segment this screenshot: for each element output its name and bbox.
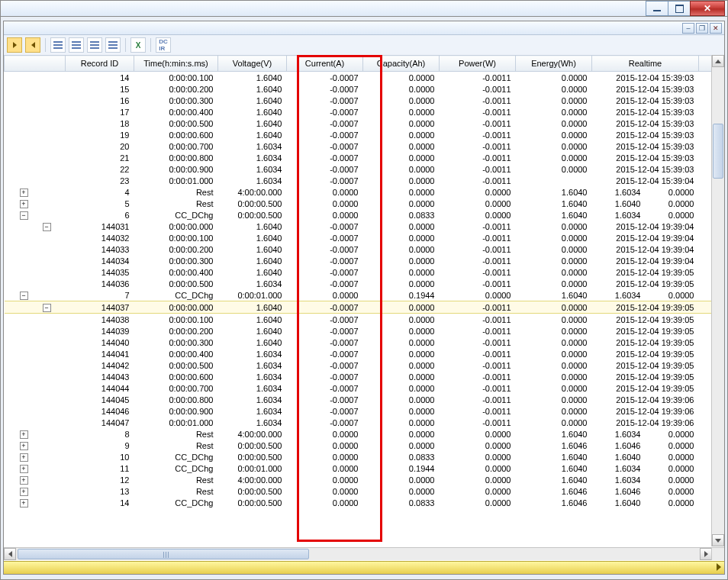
horizontal-scroll-thumb[interactable] bbox=[18, 549, 309, 559]
inner-minimize-button[interactable]: – bbox=[682, 23, 694, 34]
table-row[interactable]: 1440340:00:00.3001.6040-0.00070.0000-0.0… bbox=[5, 255, 713, 266]
table-row[interactable]: 200:00:00.7001.6034-0.00070.0000-0.00110… bbox=[5, 140, 713, 152]
plus-icon[interactable]: + bbox=[20, 442, 28, 450]
table-row[interactable]: 140:00:00.1001.6040-0.00070.0000-0.00110… bbox=[5, 72, 713, 84]
toolbar-list4-button[interactable] bbox=[105, 37, 121, 53]
table-row[interactable]: 1440350:00:00.4001.6040-0.00070.0000-0.0… bbox=[5, 266, 713, 278]
plus-icon[interactable]: + bbox=[20, 200, 28, 208]
plus-icon[interactable]: + bbox=[20, 476, 28, 485]
column-header-current[interactable]: Current(A) bbox=[287, 56, 363, 72]
table-row[interactable]: +11CC_DChg0:00:01.0000.00000.19440.00001… bbox=[5, 462, 713, 474]
table-row[interactable]: 1440440:00:00.7001.6034-0.00070.0000-0.0… bbox=[5, 382, 713, 394]
column-header-realtime[interactable]: Realtime bbox=[592, 56, 699, 72]
minus-icon[interactable]: − bbox=[20, 211, 28, 220]
status-arrow-right-icon[interactable] bbox=[717, 563, 721, 571]
table-row[interactable]: 230:00:01.0001.6034-0.00070.0000-0.00112… bbox=[5, 175, 713, 186]
table-row[interactable]: 1440450:00:00.8001.6034-0.00070.0000-0.0… bbox=[5, 394, 713, 405]
cell-voltage: 1.6034 bbox=[218, 348, 287, 359]
toolbar-dcir-button[interactable]: DCIR bbox=[156, 37, 171, 53]
cell-expander[interactable]: − bbox=[5, 289, 66, 301]
table-row[interactable]: +10CC_DChg0:00:00.5000.00000.08330.00001… bbox=[5, 451, 713, 462]
table-row[interactable]: −6CC_DChg0:00:00.5000.00000.08330.00001.… bbox=[5, 209, 713, 221]
column-header-record-id[interactable]: Record ID bbox=[66, 56, 134, 72]
toolbar-collapse-button[interactable] bbox=[25, 37, 40, 53]
cell-expander[interactable]: + bbox=[5, 186, 66, 198]
table-row[interactable]: 1440430:00:00.6001.6034-0.00070.0000-0.0… bbox=[5, 371, 713, 382]
minus-icon[interactable]: − bbox=[43, 223, 51, 231]
cell-expander[interactable]: + bbox=[5, 474, 66, 485]
table-row[interactable]: 160:00:00.3001.6040-0.00070.0000-0.00110… bbox=[5, 95, 713, 106]
table-row[interactable]: 1440460:00:00.9001.6034-0.00070.0000-0.0… bbox=[5, 405, 713, 417]
table-row[interactable]: +14CC_DChg0:00:00.5000.00000.08330.00001… bbox=[5, 497, 713, 508]
cell-expander[interactable]: − bbox=[5, 221, 66, 232]
table-row[interactable]: +5Rest0:00:00.5000.00000.00000.00001.604… bbox=[5, 198, 713, 209]
cell-expander[interactable]: + bbox=[5, 462, 66, 474]
column-header-expand[interactable] bbox=[5, 56, 66, 72]
table-row[interactable]: 180:00:00.5001.6040-0.00070.0000-0.00110… bbox=[5, 118, 713, 129]
scroll-left-arrow-icon[interactable] bbox=[4, 548, 16, 560]
table-row[interactable]: 1440400:00:00.3001.6040-0.00070.0000-0.0… bbox=[5, 337, 713, 348]
column-header-energy[interactable]: Energy(Wh) bbox=[516, 56, 592, 72]
toolbar-export-excel-button[interactable]: X bbox=[130, 37, 146, 53]
column-header-extra[interactable] bbox=[699, 56, 713, 72]
plus-icon[interactable]: + bbox=[20, 430, 28, 439]
outer-minimize-button[interactable] bbox=[646, 1, 668, 16]
minus-icon[interactable]: − bbox=[20, 292, 28, 300]
table-row[interactable]: 190:00:00.6001.6040-0.00070.0000-0.00110… bbox=[5, 129, 713, 140]
table-row[interactable]: 150:00:00.2001.6040-0.00070.0000-0.00110… bbox=[5, 83, 713, 95]
cell-expander[interactable]: + bbox=[5, 198, 66, 209]
table-row[interactable]: 1440320:00:00.1001.6040-0.00070.0000-0.0… bbox=[5, 232, 713, 243]
column-header-voltage[interactable]: Voltage(V) bbox=[218, 56, 287, 72]
scroll-down-arrow-icon[interactable] bbox=[712, 534, 724, 546]
table-row[interactable]: 170:00:00.4001.6040-0.00070.0000-0.00110… bbox=[5, 106, 713, 118]
table-row[interactable]: +9Rest0:00:00.5000.00000.00000.00001.604… bbox=[5, 440, 713, 451]
cell-expander[interactable]: − bbox=[5, 209, 66, 221]
cell-step-label: Rest bbox=[134, 440, 218, 451]
minus-icon[interactable]: − bbox=[43, 304, 51, 312]
horizontal-scrollbar[interactable] bbox=[4, 547, 712, 560]
inner-close-button[interactable]: ✕ bbox=[710, 23, 722, 34]
table-row[interactable]: +8Rest4:00:00.0000.00000.00000.00001.604… bbox=[5, 428, 713, 440]
table-row[interactable]: 220:00:00.9001.6034-0.00070.0000-0.00110… bbox=[5, 163, 713, 175]
plus-icon[interactable]: + bbox=[20, 188, 28, 197]
toolbar-list1-button[interactable] bbox=[50, 37, 66, 53]
table-row[interactable]: 1440380:00:00.1001.6040-0.00070.0000-0.0… bbox=[5, 314, 713, 326]
table-row[interactable]: 1440420:00:00.5001.6034-0.00070.0000-0.0… bbox=[5, 359, 713, 371]
table-row[interactable]: +13Rest0:00:00.5000.00000.00000.00001.60… bbox=[5, 485, 713, 497]
table-row[interactable]: 1440360:00:00.5001.6034-0.00070.0000-0.0… bbox=[5, 278, 713, 289]
cell-expander[interactable]: − bbox=[5, 301, 66, 314]
table-row[interactable]: −7CC_DChg0:00:01.0000.00000.19440.00001.… bbox=[5, 289, 713, 301]
cell-expander[interactable]: + bbox=[5, 497, 66, 508]
table-row[interactable]: 210:00:00.8001.6034-0.00070.0000-0.00110… bbox=[5, 152, 713, 163]
plus-icon[interactable]: + bbox=[20, 465, 28, 473]
plus-icon[interactable]: + bbox=[20, 499, 28, 508]
scroll-up-arrow-icon[interactable] bbox=[712, 55, 724, 67]
table-row[interactable]: 1440330:00:00.2001.6040-0.00070.0000-0.0… bbox=[5, 243, 713, 255]
inner-restore-button[interactable]: ❐ bbox=[696, 23, 708, 34]
table-row[interactable]: 1440470:00:01.0001.6034-0.00070.0000-0.0… bbox=[5, 417, 713, 428]
toolbar-list2-button[interactable] bbox=[69, 37, 84, 53]
outer-maximize-button[interactable] bbox=[668, 1, 691, 16]
table-row[interactable]: 1440390:00:00.2001.6040-0.00070.0000-0.0… bbox=[5, 325, 713, 337]
outer-close-button[interactable]: ✕ bbox=[690, 1, 725, 16]
plus-icon[interactable]: + bbox=[20, 453, 28, 462]
cell-expander[interactable]: + bbox=[5, 440, 66, 451]
plus-icon[interactable]: + bbox=[20, 488, 28, 496]
toolbar-expand-button[interactable] bbox=[7, 37, 22, 53]
vertical-scrollbar[interactable] bbox=[711, 55, 724, 546]
toolbar-list3-button[interactable] bbox=[87, 37, 102, 53]
table-row[interactable]: −1440310:00:00.0001.6040-0.00070.0000-0.… bbox=[5, 221, 713, 232]
table-row[interactable]: −1440370:00:00.0001.6040-0.00070.0000-0.… bbox=[5, 301, 713, 314]
table-row[interactable]: +4Rest4:00:00.0000.00000.00000.00001.604… bbox=[5, 186, 713, 198]
column-header-capacity[interactable]: Capacity(Ah) bbox=[363, 56, 440, 72]
cell-expander[interactable]: + bbox=[5, 428, 66, 440]
data-grid[interactable]: Record ID Time(h:min:s.ms) Voltage(V) Cu… bbox=[4, 55, 712, 508]
table-row[interactable]: 1440410:00:00.4001.6034-0.00070.0000-0.0… bbox=[5, 348, 713, 359]
table-row[interactable]: +12Rest4:00:00.0000.00000.00000.00001.60… bbox=[5, 474, 713, 485]
vertical-scroll-thumb[interactable] bbox=[713, 124, 723, 179]
column-header-time[interactable]: Time(h:min:s.ms) bbox=[134, 56, 218, 72]
column-header-power[interactable]: Power(W) bbox=[440, 56, 516, 72]
cell-expander[interactable]: + bbox=[5, 485, 66, 497]
cell-expander[interactable]: + bbox=[5, 451, 66, 462]
scroll-right-arrow-icon[interactable] bbox=[700, 548, 712, 560]
